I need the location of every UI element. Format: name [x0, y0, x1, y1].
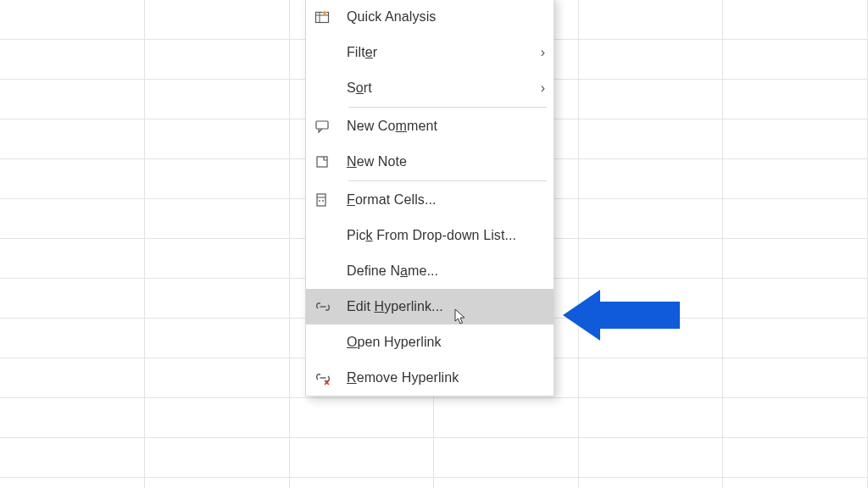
edit-hyperlink-label: Edit Hyperlink... — [347, 299, 545, 314]
svg-rect-5 — [317, 194, 326, 206]
remove-hyperlink-item[interactable]: Remove Hyperlink — [306, 360, 554, 396]
hyperlink-icon — [314, 299, 347, 314]
filter-label: Filter — [347, 45, 530, 60]
quick-analysis-label: Quick Analysis — [347, 9, 545, 25]
remove-hyperlink-label: Remove Hyperlink — [347, 370, 545, 385]
comment-icon — [314, 119, 347, 134]
arrow-shaft — [600, 302, 680, 329]
context-menu: Quick Analysis Filter › Sort › New Comme… — [305, 0, 554, 396]
menu-separator — [348, 180, 547, 181]
new-comment-label: New Comment — [347, 119, 545, 134]
new-comment-item[interactable]: New Comment — [306, 108, 554, 144]
arrow-head-icon — [563, 290, 600, 341]
svg-rect-4 — [317, 157, 327, 167]
svg-point-8 — [322, 200, 324, 202]
new-note-label: New Note — [347, 154, 545, 169]
filter-item[interactable]: Filter › — [306, 35, 554, 70]
sort-label: Sort — [347, 80, 530, 96]
edit-hyperlink-item[interactable]: Edit Hyperlink... — [306, 289, 554, 324]
quick-analysis-icon — [314, 9, 347, 25]
define-name-item[interactable]: Define Name... — [306, 253, 554, 289]
pick-from-list-item[interactable]: Pick From Drop-down List... — [306, 218, 554, 253]
quick-analysis-item[interactable]: Quick Analysis — [306, 0, 554, 35]
note-icon — [314, 154, 347, 169]
menu-separator — [348, 107, 547, 108]
chevron-right-icon: › — [530, 45, 545, 60]
format-cells-item[interactable]: Format Cells... — [306, 182, 554, 218]
svg-point-7 — [319, 200, 320, 202]
define-name-label: Define Name... — [347, 263, 545, 279]
svg-rect-3 — [316, 121, 328, 129]
svg-rect-0 — [316, 13, 329, 23]
format-cells-icon — [314, 192, 347, 208]
new-note-item[interactable]: New Note — [306, 144, 554, 180]
remove-hyperlink-icon — [314, 370, 347, 385]
sort-item[interactable]: Sort › — [306, 70, 554, 106]
open-hyperlink-label: Open Hyperlink — [347, 335, 545, 350]
pick-from-list-label: Pick From Drop-down List... — [347, 228, 545, 243]
chevron-right-icon: › — [530, 80, 545, 96]
format-cells-label: Format Cells... — [347, 192, 545, 208]
open-hyperlink-item[interactable]: Open Hyperlink — [306, 324, 554, 360]
annotation-arrow — [563, 290, 680, 341]
